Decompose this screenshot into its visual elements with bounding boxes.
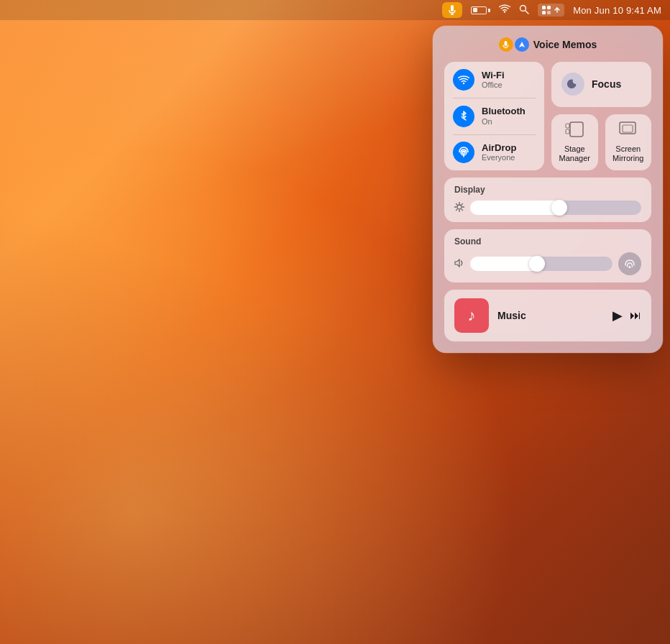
header-location-icon <box>515 37 529 52</box>
top-grid: Wi-Fi Office Bluetooth On <box>444 62 651 170</box>
airplay-button[interactable] <box>618 252 641 275</box>
divider-2 <box>453 134 536 135</box>
svg-point-20 <box>457 205 462 209</box>
wifi-item[interactable]: Wi-Fi Office <box>453 69 536 91</box>
wifi-icon <box>453 69 474 91</box>
airdrop-icon <box>453 142 474 163</box>
bluetooth-name: Bluetooth <box>482 106 526 117</box>
wifi-sub: Office <box>482 80 505 90</box>
bluetooth-item[interactable]: Bluetooth On <box>453 106 536 127</box>
svg-line-27 <box>462 203 462 204</box>
svg-marker-29 <box>628 265 631 268</box>
play-button[interactable]: ▶ <box>612 308 623 323</box>
svg-rect-8 <box>547 11 551 14</box>
wifi-menubar-icon[interactable] <box>499 4 510 16</box>
svg-rect-15 <box>570 122 583 137</box>
svg-rect-19 <box>623 125 633 132</box>
cc-title: Voice Memos <box>533 39 597 50</box>
search-menubar-icon[interactable] <box>519 4 529 17</box>
music-note-icon: ♪ <box>468 306 476 325</box>
svg-line-25 <box>456 203 457 204</box>
svg-rect-17 <box>566 129 569 134</box>
display-section: Display <box>444 178 651 222</box>
datetime-display: Mon Jun 10 9:41 AM <box>573 5 661 16</box>
brightness-icon <box>454 202 464 214</box>
sound-label: Sound <box>454 236 641 247</box>
music-section: ♪ Music ▶ ⏭ <box>444 290 651 341</box>
wifi-name: Wi-Fi <box>482 70 505 81</box>
music-artwork: ♪ <box>454 298 489 333</box>
screen-mirroring-button[interactable]: Screen Mirroring <box>605 114 652 170</box>
bluetooth-icon <box>453 106 474 127</box>
music-controls: ▶ ⏭ <box>612 308 641 323</box>
svg-rect-0 <box>451 5 454 12</box>
svg-line-4 <box>526 10 529 14</box>
bottom-right-grid: Stage Manager Screen Mirroring <box>551 114 651 170</box>
svg-rect-6 <box>547 6 551 9</box>
focus-panel[interactable]: Focus <box>551 62 651 107</box>
focus-moon-icon <box>561 73 584 96</box>
airdrop-sub: Everyone <box>482 153 516 162</box>
cc-header: Voice Memos <box>444 37 651 52</box>
focus-label: Focus <box>592 78 621 90</box>
control-center-icon[interactable] <box>538 4 564 17</box>
music-app-title: Music <box>497 310 604 321</box>
header-mic-icon <box>499 37 513 52</box>
stage-manager-icon <box>565 121 584 142</box>
sound-section: Sound <box>444 229 651 282</box>
airdrop-name: AirDrop <box>482 142 516 154</box>
brightness-thumb[interactable] <box>551 200 567 216</box>
screen-mirroring-label: Screen Mirroring <box>612 144 645 163</box>
svg-rect-7 <box>542 11 546 14</box>
divider-1 <box>453 98 536 98</box>
display-label: Display <box>454 185 641 195</box>
brightness-row <box>454 201 641 215</box>
menubar: Mon Jun 10 9:41 AM <box>0 0 670 20</box>
stage-manager-label: Stage Manager <box>559 144 591 163</box>
volume-row <box>454 252 641 275</box>
bluetooth-sub: On <box>482 117 526 126</box>
stage-manager-button[interactable]: Stage Manager <box>551 114 598 170</box>
svg-rect-10 <box>505 41 508 46</box>
connectivity-panel: Wi-Fi Office Bluetooth On <box>444 62 544 170</box>
right-panels: Focus Stage Manager <box>551 62 651 170</box>
airdrop-item[interactable]: AirDrop Everyone <box>453 142 536 163</box>
volume-icon <box>454 258 464 270</box>
fast-forward-button[interactable]: ⏭ <box>630 309 641 322</box>
svg-line-28 <box>456 209 457 210</box>
screen-mirroring-icon <box>619 121 638 142</box>
svg-line-26 <box>462 209 462 210</box>
mic-button[interactable] <box>442 2 462 18</box>
battery-indicator <box>471 6 490 14</box>
volume-thumb[interactable] <box>529 256 545 272</box>
volume-slider[interactable] <box>470 257 612 271</box>
control-center-panel: Voice Memos Wi-Fi Office <box>433 26 663 353</box>
svg-point-12 <box>463 83 464 84</box>
svg-rect-16 <box>566 124 569 128</box>
svg-rect-5 <box>542 6 546 9</box>
brightness-slider[interactable] <box>470 201 641 215</box>
